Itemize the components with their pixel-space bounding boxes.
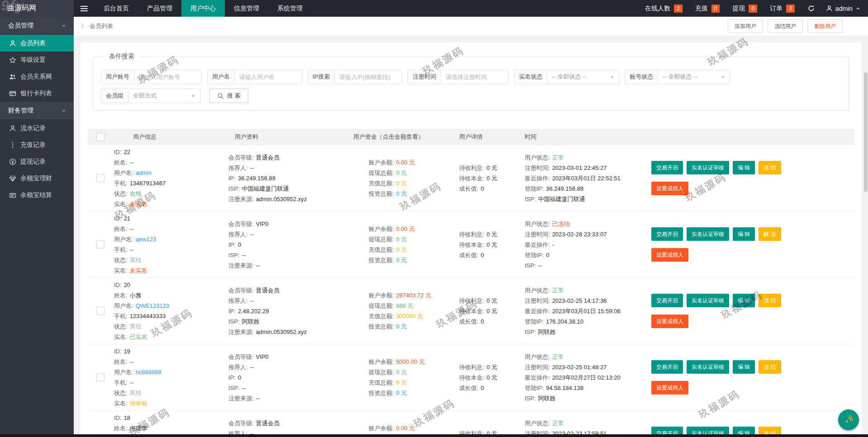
sidebar-item-yuebao-invest[interactable]: 余额宝理财 <box>0 170 74 187</box>
growth-value: 0 <box>481 383 484 393</box>
username-link[interactable]: admin <box>136 168 152 178</box>
menu-system[interactable]: 系统管理 <box>268 0 312 17</box>
sidebar-item-level-settings[interactable]: 等级设置 <box>0 52 74 68</box>
trade-button[interactable]: 交易开启 <box>651 294 683 307</box>
member-group-select[interactable]: 全部方式▼ <box>128 89 200 103</box>
recharge-link[interactable]: 300000 元 <box>396 311 423 321</box>
row-checkbox[interactable] <box>96 174 104 182</box>
search-button[interactable]: 搜 索 <box>209 89 248 103</box>
account-status-select[interactable]: -- 全部状态 --▼ <box>658 70 730 84</box>
stat-recharge[interactable]: 充值0 <box>695 5 720 13</box>
sidebar-item-recharge-records[interactable]: 充值记录 <box>0 136 74 153</box>
trade-button[interactable]: 交易开启 <box>651 360 683 374</box>
login_ip-value: 0 <box>546 250 549 260</box>
withdraw-link[interactable]: 0 元 <box>396 234 407 244</box>
sidebar-item-member-list[interactable]: 会员列表 <box>0 35 74 52</box>
recharge-link[interactable]: 0 元 <box>396 178 407 188</box>
set-fake-button[interactable]: 设置成假人 <box>651 381 688 395</box>
freeze-button[interactable]: 解 冻 <box>759 227 781 241</box>
balance-link[interactable]: 0.00 元 <box>396 423 415 433</box>
chevron-down-icon: ▼ <box>191 94 195 99</box>
invest-link[interactable]: 0 元 <box>396 255 407 265</box>
account-status-field: 账号状态-- 全部状态 --▼ <box>625 70 730 84</box>
freeze-button[interactable]: 冻 结 <box>759 161 781 174</box>
sidebar-group-member[interactable]: 会员管理 <box>0 17 74 35</box>
menu-products[interactable]: 产品管理 <box>138 0 181 17</box>
balance-link[interactable]: 0.00 元 <box>396 157 415 168</box>
invest-link[interactable]: 0 元 <box>396 321 407 332</box>
set-fake-button[interactable]: 设置成假人 <box>651 182 688 195</box>
select-all-checkbox[interactable] <box>96 133 104 141</box>
edit-button[interactable]: 编 辑 <box>733 227 755 241</box>
sidebar-item-label: 充值记录 <box>20 141 46 149</box>
scrollbar-thumb[interactable] <box>864 72 868 192</box>
recharge-link[interactable]: 0 元 <box>396 377 407 388</box>
realname-status-select[interactable]: -- 全部状态 --▼ <box>547 70 619 84</box>
sidebar-item-withdraw-records[interactable]: 提现记录 <box>0 153 74 170</box>
stat-orders[interactable]: 订单3 <box>770 5 795 13</box>
invest-link[interactable]: 0 元 <box>396 388 407 398</box>
trade-button[interactable]: 交易开启 <box>651 227 683 241</box>
add-user-button[interactable]: 添加用户 <box>728 19 763 33</box>
breadcrumb-bar: 》 会员列表 添加用户冻结用户删除用户 <box>74 17 868 36</box>
balance-link[interactable]: 5000.00 元 <box>396 357 425 367</box>
set-fake-button[interactable]: 设置成假人 <box>651 315 688 328</box>
admin-menu[interactable]: admin <box>826 5 861 12</box>
hamburger-menu-icon[interactable] <box>74 0 95 17</box>
freeze-button[interactable]: 冻 结 <box>759 360 781 374</box>
invest-link[interactable]: 0 元 <box>396 188 407 199</box>
freeze-button[interactable]: 冻 结 <box>759 294 781 307</box>
reg-time-input[interactable] <box>441 70 508 84</box>
menu-home[interactable]: 后台首页 <box>95 0 138 17</box>
withdraw-link[interactable]: 0 元 <box>396 168 407 178</box>
real-label: 实名: <box>114 398 128 409</box>
username-link[interactable]: QWE123123 <box>136 301 169 311</box>
audit-button[interactable]: 实名认证审核 <box>687 294 729 307</box>
sidebar-item-bank-cards[interactable]: 银行卡列表 <box>0 85 74 102</box>
status-label: 状态: <box>114 255 128 265</box>
row-checkbox[interactable] <box>96 373 104 381</box>
sidebar-item-flow-records[interactable]: 流水记录 <box>0 120 74 136</box>
audit-button[interactable]: 实名认证审核 <box>687 227 729 241</box>
interest-value: 0 元 <box>487 229 498 240</box>
audit-button[interactable]: 实名认证审核 <box>687 360 729 374</box>
freeze-user-button[interactable]: 冻结用户 <box>768 19 803 33</box>
level-value: 普通会员 <box>256 418 280 428</box>
edit-button[interactable]: 编 辑 <box>733 161 755 174</box>
sidebar-item-member-network[interactable]: 会员关系网 <box>0 68 74 85</box>
ip-search-input[interactable] <box>334 70 402 84</box>
stat-badge: 3 <box>786 5 795 13</box>
balance-link[interactable]: 297403.72 元 <box>396 290 432 301</box>
stat-withdraw[interactable]: 提现0 <box>732 5 757 13</box>
menu-info[interactable]: 信息管理 <box>225 0 268 17</box>
account-input[interactable] <box>134 70 202 84</box>
edit-button[interactable]: 编 辑 <box>733 360 755 374</box>
menu-user-center[interactable]: 用户中心 <box>181 0 225 17</box>
username-link[interactable]: hc888888 <box>136 367 161 377</box>
stat-online[interactable]: 在线人数2 <box>645 5 683 13</box>
search-button-label: 搜 索 <box>227 92 241 100</box>
delete-user-button[interactable]: 删除用户 <box>807 19 843 33</box>
username-link[interactable]: qew123 <box>136 234 157 244</box>
sidebar-group-finance[interactable]: 财务管理 <box>0 102 74 120</box>
recharge-link[interactable]: 0 元 <box>396 244 407 255</box>
withdraw-link[interactable]: 888 元 <box>396 301 413 311</box>
level-label: 会员等级: <box>228 152 254 163</box>
set-fake-button[interactable]: 设置成假人 <box>651 248 688 262</box>
table-header: 用户信息用户资料用户资金（点击金额查看）用户详情时间 <box>88 129 854 145</box>
withdraw-link[interactable]: 0 元 <box>396 367 407 377</box>
balance-link[interactable]: 0.00 元 <box>396 224 415 234</box>
audit-button[interactable]: 实名认证审核 <box>687 161 729 174</box>
refresh-icon[interactable] <box>807 5 815 12</box>
sidebar-item-yuebao-settle[interactable]: 余额宝结算 <box>0 187 74 203</box>
edit-button[interactable]: 编 辑 <box>733 294 755 307</box>
trade-button[interactable]: 交易开启 <box>651 161 683 174</box>
username-input[interactable] <box>234 70 302 84</box>
row-checkbox[interactable] <box>96 307 104 315</box>
level-value: VIP0 <box>256 219 269 229</box>
customer-service-float-button[interactable] <box>838 409 859 430</box>
isp-label: ISP: <box>525 260 536 271</box>
row-checkbox[interactable] <box>96 240 104 249</box>
level-value: 普通会员 <box>256 152 280 163</box>
status-value: 在线 <box>130 188 142 199</box>
